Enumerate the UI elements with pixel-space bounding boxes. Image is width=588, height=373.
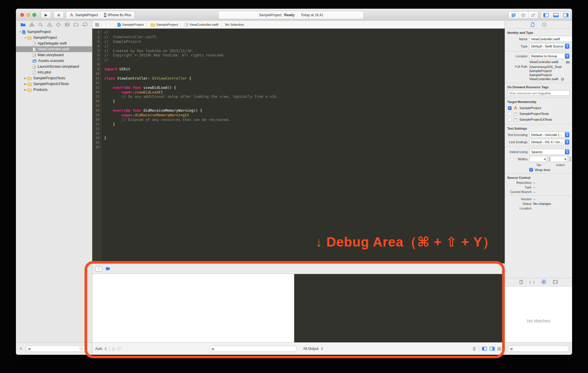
navigator-tab-bar (16, 21, 92, 28)
console-view[interactable] (294, 274, 505, 342)
encoding-popup[interactable]: Default - Unicode (UTF-8) (529, 132, 570, 138)
device-icon (104, 13, 106, 17)
tab-project-navigator[interactable] (20, 22, 26, 27)
tree-row[interactable]: AppDelegate.swift (16, 41, 92, 46)
breadcrumb-item[interactable]: ViewController.swift (185, 23, 218, 27)
location-popup[interactable]: Relative to Group (529, 53, 570, 59)
scheme-selector[interactable]: SampleProject 〉 iPhone 6s Plus (66, 11, 135, 19)
project-file-icon (22, 30, 26, 34)
standard-editor-button[interactable] (509, 12, 519, 19)
indent-width-field[interactable] (550, 156, 568, 162)
unsaved-files-icon[interactable] (84, 347, 88, 350)
console-scope-popup[interactable]: All Output (303, 347, 319, 351)
choose-folder-icon[interactable] (566, 60, 570, 64)
variables-view[interactable] (92, 274, 294, 342)
breadcrumb-item[interactable]: No Selection (225, 23, 244, 26)
type-popup[interactable]: Default - Swift Source (529, 43, 570, 49)
target-checkbox[interactable] (508, 112, 512, 116)
play-icon: ▶ (45, 13, 47, 17)
name-field[interactable] (529, 36, 572, 42)
hide-debug-area-button[interactable]: ▽ (95, 266, 102, 271)
resource-tags-field[interactable] (507, 90, 570, 96)
code-line: // Dispose of any resources that can be … (104, 117, 505, 122)
minimize-button[interactable] (26, 13, 30, 17)
disclosure-triangle-icon[interactable]: ▼ (18, 31, 22, 33)
close-button[interactable] (20, 13, 24, 17)
tree-row[interactable]: ▶SampleProjectUITests (16, 81, 92, 87)
library-filter-field[interactable] (508, 346, 569, 352)
assistant-editor-button[interactable] (519, 12, 528, 19)
forward-button[interactable]: 〉 (109, 22, 113, 27)
tab-width-stepper[interactable] (548, 156, 549, 162)
tab-test-navigator[interactable] (56, 22, 61, 27)
related-items-icon[interactable] (95, 23, 99, 27)
tree-row[interactable]: ▼SampleProject (16, 35, 92, 41)
xcode-window: ▶ ■ SampleProject 〉 iPhone 6s Plus Sampl… (16, 9, 572, 355)
navigator-toggle-button[interactable] (541, 12, 551, 19)
file-inspector-icon[interactable] (531, 22, 534, 27)
console-view-toggle-icon[interactable] (490, 347, 495, 351)
tab-file-template-library[interactable] (519, 280, 523, 285)
tab-report-navigator[interactable] (82, 22, 88, 27)
tab-media-library[interactable] (553, 280, 558, 284)
quick-help-icon[interactable]: ? (542, 22, 547, 27)
zoom-button[interactable] (32, 13, 36, 17)
debug-bar: ▽ (92, 264, 505, 274)
add-file-button[interactable]: + (18, 346, 23, 351)
line-number: 21 (92, 122, 101, 127)
debug-layout-grid-icon[interactable] (497, 347, 501, 351)
line-endings-popup[interactable]: Default - OS X / Unix (LF) (529, 139, 570, 145)
tree-row[interactable]: ViewController.swift (16, 46, 92, 52)
variables-scope-popup[interactable]: Auto (95, 347, 102, 351)
encoding-label: Text Encoding (505, 133, 528, 137)
tree-row[interactable]: Info.plist (16, 69, 92, 75)
info-icon[interactable]: ⓘ (117, 346, 121, 351)
tab-width-field[interactable] (529, 156, 547, 162)
tree-row[interactable]: ▶Products (16, 87, 92, 93)
jumpbar-separator (101, 23, 101, 27)
tab-symbol-navigator[interactable] (29, 22, 35, 27)
tree-row[interactable]: Assets.xcassets (16, 58, 92, 64)
disclosure-triangle-icon[interactable]: ▶ (23, 89, 27, 91)
tree-row[interactable]: Main.storyboard (16, 52, 92, 58)
editor-area: 〈 〉 SampleProject〉SampleProject〉ViewCont… (92, 21, 505, 355)
tree-row[interactable]: ▼SampleProject (16, 29, 92, 35)
breakpoints-toggle-icon[interactable] (106, 267, 111, 271)
code-line (104, 131, 505, 136)
utilities-toggle-button[interactable] (561, 12, 570, 19)
breadcrumb-item[interactable]: SampleProject (150, 23, 178, 27)
tab-find-navigator[interactable] (38, 22, 43, 27)
disclosure-triangle-icon[interactable]: ▶ (23, 77, 27, 80)
tab-issue-navigator[interactable] (47, 22, 52, 27)
breadcrumb-item[interactable]: SampleProject (117, 23, 144, 27)
trash-icon[interactable] (472, 346, 476, 351)
jumpbar-separator (115, 23, 115, 27)
back-button[interactable]: 〈 (103, 22, 107, 27)
disclosure-triangle-icon[interactable]: ▶ (23, 83, 27, 85)
tab-object-library[interactable] (541, 280, 546, 285)
indent-width-stepper[interactable] (568, 156, 570, 162)
run-button[interactable]: ▶ (41, 11, 51, 19)
tab-breakpoint-navigator[interactable] (73, 22, 79, 27)
variables-view-toggle-icon[interactable] (482, 347, 487, 351)
disclosure-triangle-icon[interactable]: ▼ (23, 36, 27, 39)
target-checkbox[interactable]: ✓ (508, 106, 512, 110)
window-toolbar: ▶ ■ SampleProject 〉 iPhone 6s Plus Sampl… (16, 9, 572, 21)
tree-row[interactable]: ▶SampleProjectTests (16, 75, 92, 81)
code-view[interactable]: //// ViewController.swift// SampleProjec… (101, 29, 505, 263)
debug-area-toggle-button[interactable] (551, 12, 561, 19)
tab-debug-navigator[interactable] (65, 22, 70, 27)
open-path-arrow-icon[interactable] (561, 78, 564, 81)
recent-files-clock-icon[interactable] (80, 347, 83, 350)
navigator-filter-field[interactable] (26, 346, 90, 352)
indent-using-popup[interactable]: Spaces (529, 149, 570, 155)
flat-view-icon[interactable]: ◎ (112, 347, 115, 351)
target-checkbox[interactable] (508, 118, 512, 122)
stop-button[interactable]: ■ (54, 11, 64, 19)
wrap-lines-checkbox[interactable]: ✓ (529, 168, 533, 172)
tab-snippet-library[interactable]: { } (530, 280, 534, 285)
source-editor[interactable]: 1234567891011121314151617181920212223242… (92, 29, 505, 263)
tree-row[interactable]: LaunchScreen.storyboard (16, 64, 92, 69)
version-editor-button[interactable] (528, 12, 538, 19)
variables-filter-field[interactable] (209, 346, 297, 352)
